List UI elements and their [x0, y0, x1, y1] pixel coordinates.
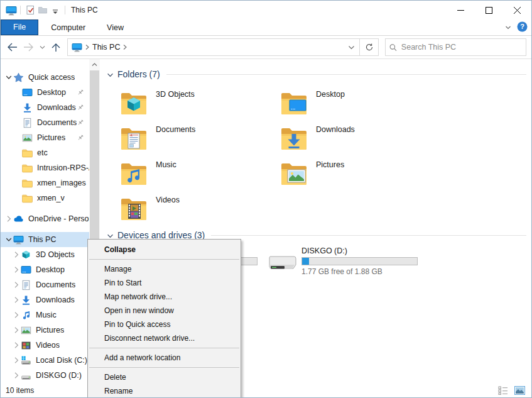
- menu-item-disconnect-network-drive-[interactable]: Disconnect network drive...: [88, 331, 241, 345]
- drive-tile-diskgo-d-[interactable]: DISKGO (D:)1.77 GB free of 1.88 GB: [266, 246, 426, 279]
- thumbnails-view-icon[interactable]: [513, 385, 526, 396]
- quick-access-star-icon: [13, 72, 24, 83]
- sidebar-item-quick-access[interactable]: Quick access: [1, 70, 89, 85]
- chevron-right-icon[interactable]: [12, 265, 21, 274]
- folder-desktop-icon: [279, 86, 309, 118]
- chevron-right-icon[interactable]: [4, 214, 13, 223]
- search-box[interactable]: [385, 38, 526, 56]
- address-dropdown-chevron-icon[interactable]: [343, 39, 359, 55]
- menu-item-manage[interactable]: Manage: [88, 262, 241, 276]
- sidebar-item-local-disk-c-[interactable]: Local Disk (C:): [1, 353, 89, 368]
- tile-label: Videos: [156, 196, 180, 204]
- chevron-right-icon[interactable]: [12, 280, 21, 289]
- pin-icon: [77, 89, 84, 96]
- chevron-right-icon[interactable]: [12, 311, 21, 319]
- sidebar-item-desktop[interactable]: Desktop: [1, 262, 89, 277]
- breadcrumb-pc-icon: [72, 42, 82, 53]
- folder-tile-pictures[interactable]: Pictures: [266, 155, 426, 191]
- menu-item-delete[interactable]: Delete: [88, 370, 241, 384]
- breadcrumb[interactable]: This PC: [92, 43, 120, 52]
- sidebar-item-downloads[interactable]: Downloads: [1, 292, 89, 307]
- sidebar-item-diskgo-d-[interactable]: DISKGO (D:): [1, 368, 89, 383]
- sidebar-item-music[interactable]: Music: [1, 307, 89, 323]
- folder-tile-music[interactable]: Music: [106, 155, 266, 191]
- sidebar-item-desktop[interactable]: Desktop: [1, 85, 89, 100]
- desktop-screen-icon: [21, 265, 31, 275]
- sidebar-item-label: etc: [37, 148, 48, 157]
- sidebar-item-this-pc[interactable]: This PC: [1, 232, 89, 247]
- search-input[interactable]: [401, 43, 522, 52]
- folder-tile-3d-objects[interactable]: 3D Objects: [106, 85, 266, 120]
- sidebar-item-intrusion-rps-a[interactable]: Intrusion-RPS-A: [1, 160, 89, 175]
- navigation-bar: This PC: [1, 36, 531, 59]
- sidebar-item-pictures[interactable]: Pictures: [1, 323, 89, 338]
- sidebar-item-videos[interactable]: Videos: [1, 338, 89, 353]
- menu-item-open-in-new-window[interactable]: Open in new window: [88, 304, 241, 318]
- sidebar-item-onedrive-person[interactable]: OneDrive - Person: [1, 211, 89, 226]
- chevron-right-icon[interactable]: [12, 371, 21, 380]
- minimize-button[interactable]: [447, 1, 475, 19]
- refresh-icon[interactable]: [359, 39, 378, 55]
- window-title: This PC: [71, 6, 98, 14]
- sidebar-item-3d-objects[interactable]: 3D Objects: [1, 247, 89, 262]
- tab-file[interactable]: File: [1, 19, 38, 35]
- minimize-ribbon-chevron-icon[interactable]: [504, 23, 512, 34]
- tile-label: 3D Objects: [156, 90, 195, 99]
- local-disk-icon: [21, 355, 31, 366]
- tile-label: Desktop: [316, 90, 345, 99]
- chevron-down-icon[interactable]: [4, 235, 13, 244]
- folder-tile-videos[interactable]: Videos: [106, 191, 266, 226]
- menu-separator: [89, 259, 239, 260]
- properties-check-icon[interactable]: [24, 4, 36, 16]
- sidebar-item-etc[interactable]: etc: [1, 145, 89, 160]
- tab-computer[interactable]: Computer: [42, 20, 94, 35]
- group-header[interactable]: Folders (7): [106, 67, 529, 81]
- recent-locations-chevron-icon[interactable]: [37, 39, 47, 55]
- folder-tile-documents[interactable]: ADocuments: [106, 120, 266, 155]
- chevron-right-icon[interactable]: [12, 250, 21, 259]
- maximize-button[interactable]: [475, 1, 503, 19]
- sidebar-item-pictures[interactable]: Pictures: [1, 130, 89, 145]
- sidebar-item-downloads[interactable]: Downloads: [1, 100, 89, 115]
- sidebar-item-documents[interactable]: Documents: [1, 115, 89, 130]
- menu-item-rename[interactable]: Rename: [88, 384, 241, 398]
- chevron-right-icon[interactable]: [12, 296, 21, 304]
- search-icon: [389, 43, 397, 52]
- chevron-right-icon[interactable]: [12, 326, 21, 334]
- group-rule: [166, 74, 526, 75]
- chevron-down-icon[interactable]: [4, 73, 13, 82]
- sidebar-item-xmen-images[interactable]: xmen_images: [1, 175, 89, 191]
- menu-separator: [89, 367, 239, 368]
- menu-item-pin-to-quick-access[interactable]: Pin to Quick access: [88, 318, 241, 331]
- scroll-up-icon[interactable]: [89, 59, 100, 70]
- navigation-pane: Quick accessDesktopDownloadsDocumentsPic…: [1, 59, 89, 383]
- address-bar[interactable]: This PC: [67, 38, 379, 56]
- sidebar-item-label: Documents: [36, 280, 75, 289]
- sidebar-item-label: Quick access: [28, 73, 75, 82]
- chevron-right-icon[interactable]: [12, 356, 21, 365]
- documents-icon: [21, 280, 31, 290]
- menu-separator: [89, 348, 239, 348]
- menu-item-collapse[interactable]: Collapse: [88, 243, 241, 257]
- documents-icon: [22, 118, 33, 128]
- details-view-icon[interactable]: [496, 385, 510, 396]
- breadcrumb-separator-icon: [122, 44, 128, 50]
- forward-icon[interactable]: [21, 39, 36, 55]
- menu-item-add-a-network-location[interactable]: Add a network location: [88, 351, 241, 365]
- close-button[interactable]: [503, 1, 531, 19]
- sidebar-item-documents[interactable]: Documents: [1, 277, 89, 292]
- up-icon[interactable]: [48, 39, 63, 55]
- sidebar-item-label: Downloads: [36, 296, 75, 304]
- menu-item-pin-to-start[interactable]: Pin to Start: [88, 276, 241, 290]
- back-icon[interactable]: [4, 39, 19, 55]
- sidebar-item-xmen-v[interactable]: xmen_v: [1, 191, 89, 206]
- help-icon[interactable]: ?: [517, 21, 528, 35]
- thispc-small-icon: [13, 235, 24, 245]
- chevron-right-icon[interactable]: [12, 341, 21, 350]
- menu-item-map-network-drive-[interactable]: Map network drive...: [88, 290, 241, 304]
- tab-view[interactable]: View: [98, 20, 133, 35]
- folder-tile-downloads[interactable]: Downloads: [266, 120, 426, 155]
- qat-customize-icon[interactable]: [49, 4, 62, 16]
- new-folder-icon[interactable]: [36, 4, 49, 16]
- folder-tile-desktop[interactable]: Desktop: [266, 85, 426, 120]
